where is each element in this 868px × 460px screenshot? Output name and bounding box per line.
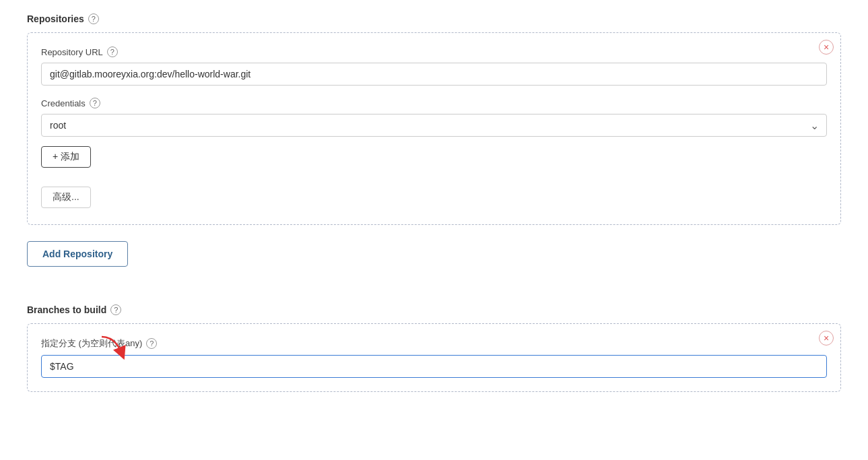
add-repository-button[interactable]: Add Repository [27,241,128,267]
branch-input-wrapper [41,355,827,378]
credentials-select-wrapper: root ⌄ [41,114,827,137]
repository-close-button[interactable]: × [819,40,834,55]
branches-section: Branches to build ? × 指定分支 (为空则代表any) ? [27,304,841,392]
branches-title: Branches to build [27,304,106,315]
branch-card: × 指定分支 (为空则代表any) ? [27,323,841,392]
branches-label: Branches to build ? [27,304,841,315]
repository-url-input[interactable] [41,63,827,86]
credentials-section: Credentials ? root ⌄ [41,98,827,137]
branch-help-icon[interactable]: ? [146,338,157,349]
branch-field-label: 指定分支 (为空则代表any) ? [41,337,827,350]
add-button[interactable]: + 添加 [41,146,91,168]
branches-help-icon[interactable]: ? [110,304,121,315]
branch-specifier-input[interactable] [41,355,827,378]
credentials-help-icon[interactable]: ? [90,98,100,108]
advanced-button[interactable]: 高级... [41,187,91,208]
repositories-help-icon[interactable]: ? [88,13,99,24]
repository-url-help-icon[interactable]: ? [107,46,118,57]
repositories-label: Repositories ? [27,13,841,24]
credentials-select[interactable]: root [41,114,827,137]
repository-card: × Repository URL ? Credentials ? root ⌄ … [27,32,841,225]
credentials-label: Credentials ? [41,98,827,108]
repositories-title: Repositories [27,13,84,24]
repositories-section: Repositories ? × Repository URL ? Creden… [27,13,841,225]
repository-url-label: Repository URL ? [41,46,827,57]
add-repository-wrapper: Add Repository [27,241,841,286]
branch-close-button[interactable]: × [819,331,834,346]
